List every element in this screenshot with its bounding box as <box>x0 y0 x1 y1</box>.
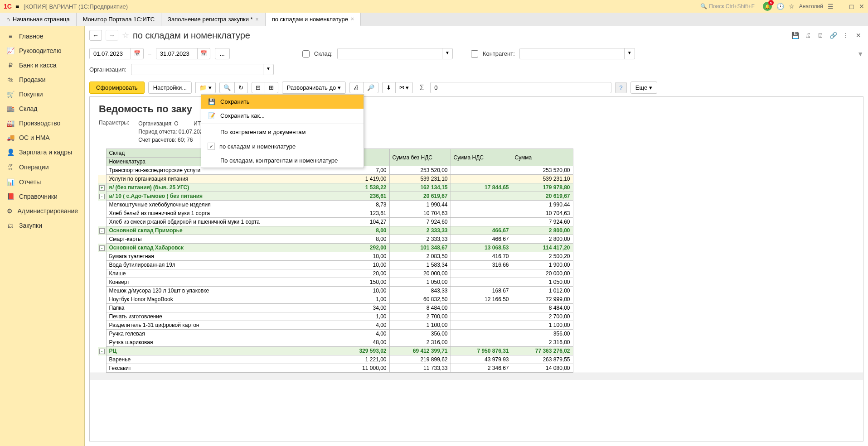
chevron-down-icon[interactable]: ▼ <box>624 48 635 59</box>
close-icon[interactable]: × <box>351 16 354 22</box>
kontragent-checkbox[interactable] <box>471 50 478 58</box>
variants-button[interactable]: 📁 ▾ <box>195 82 216 93</box>
date-to-input[interactable]: 📅 <box>156 48 210 59</box>
collapse-button[interactable]: ⊟ <box>252 82 265 93</box>
chevron-down-icon[interactable]: ▼ <box>442 48 452 59</box>
tab-monitor[interactable]: Монитор Портала 1С:ИТС <box>77 13 161 26</box>
table-row[interactable]: Мешок д/мусора 120 л 10шт в упаковке10,0… <box>98 287 573 295</box>
history-icon[interactable]: 🕓 <box>776 3 784 10</box>
table-row[interactable]: Ручка шариковая48,002 316,002 316,00 <box>98 338 573 347</box>
horizontal-scrollbar[interactable] <box>90 373 863 380</box>
period-dots-button[interactable]: ... <box>215 48 230 59</box>
tab-fill-register[interactable]: Заполнение регистра закупки * × <box>161 13 266 26</box>
table-row[interactable]: -в/ 10 ( с.Адо-Тымово ) без питания236,6… <box>98 192 573 201</box>
collapse-icon[interactable]: - <box>99 349 105 354</box>
collapse-icon[interactable]: - <box>99 245 105 251</box>
sidebar-item[interactable]: 📕Справочники <box>0 189 84 204</box>
table-row[interactable]: Смарт-карты8,002 333,33466,672 800,00 <box>98 235 573 244</box>
nav-back-button[interactable]: ← <box>89 30 102 41</box>
nav-forward-button[interactable]: → <box>106 30 118 41</box>
sum-input[interactable] <box>430 82 611 93</box>
more-button[interactable]: Еще ▾ <box>630 82 657 94</box>
date-from-input[interactable]: 📅 <box>89 48 144 59</box>
table-row[interactable]: Варенье1 221,00219 899,6243 979,93263 87… <box>98 355 573 364</box>
sklad-combo[interactable]: ▼ <box>337 48 453 59</box>
email-button[interactable]: ✉ ▾ <box>395 82 413 93</box>
table-row[interactable]: Мелкоштучные хлебобулочные изделия8,731 … <box>98 201 573 209</box>
global-search[interactable]: 🔍 Поиск Ctrl+Shift+F <box>697 2 758 10</box>
print-icon[interactable]: 🖨 <box>803 30 813 40</box>
table-row[interactable]: Услуги по организация питания1 419,00539… <box>98 175 573 183</box>
help-button[interactable]: ? <box>615 82 626 93</box>
sidebar-item[interactable]: ≡Главное <box>0 29 84 43</box>
chevron-down-icon[interactable]: ▼ <box>263 64 273 75</box>
save-icon[interactable]: 💾 <box>790 30 800 40</box>
hamburger-icon[interactable]: ≡ <box>15 3 19 10</box>
sidebar-item[interactable]: ₽Банк и касса <box>0 58 84 72</box>
table-row[interactable]: Гексавит11 000,0011 733,332 346,6714 080… <box>98 364 573 373</box>
table-row[interactable]: Разделитель 1-31 цифровой картон4,001 10… <box>98 321 573 330</box>
table-row[interactable]: Бумага туалетная10,002 083,50416,702 500… <box>98 252 573 261</box>
tab-by-sklad-nom[interactable]: по складам и номенклатуре × <box>266 13 361 26</box>
form-button[interactable]: Сформировать <box>89 82 145 94</box>
table-row[interactable]: Ручка гелевая4,00356,00356,00 <box>98 330 573 338</box>
calendar-icon[interactable]: 📅 <box>197 48 210 59</box>
settings-button[interactable]: Настройки... <box>148 82 192 94</box>
settings-menu-icon[interactable]: ☰ <box>828 3 834 10</box>
table-row[interactable]: Клише20,0020 000,0020 000,00 <box>98 269 573 278</box>
table-row[interactable]: -Основной склад Приморье8,002 333,33466,… <box>98 226 573 235</box>
refresh-button[interactable]: ↻ <box>234 82 248 93</box>
sidebar-item[interactable]: 🗂Закупки <box>0 218 84 233</box>
close-icon[interactable]: ✕ <box>853 30 863 40</box>
minimize-icon[interactable]: — <box>838 3 844 10</box>
kontragent-combo[interactable]: ▼ <box>519 48 635 59</box>
sidebar-item[interactable]: 🚚ОС и НМА <box>0 130 84 145</box>
sidebar-item[interactable]: 🏭Производство <box>0 116 84 130</box>
tab-home[interactable]: ⌂ Начальная страница <box>0 13 77 26</box>
expand-icon[interactable]: + <box>99 185 105 191</box>
table-row[interactable]: Хлеб белый из пшеничной муки 1 сорта123,… <box>98 209 573 218</box>
calendar-icon[interactable]: 📅 <box>131 48 143 59</box>
kontragent-input[interactable] <box>520 48 624 59</box>
find-button[interactable]: 🔍 <box>219 82 235 93</box>
sklad-checkbox[interactable] <box>302 50 310 58</box>
table-row[interactable]: Папка34,008 484,008 484,00 <box>98 304 573 312</box>
sidebar-item[interactable]: 📈Руководителю <box>0 43 84 58</box>
sklad-input[interactable] <box>338 48 442 59</box>
sidebar-item[interactable]: 🛒Покупки <box>0 87 84 101</box>
close-window-icon[interactable]: ✕ <box>859 3 864 10</box>
table-row[interactable]: -РЦ329 593,0269 412 399,717 950 876,3177… <box>98 347 573 355</box>
expand-button[interactable]: ⊞ <box>265 82 278 93</box>
more-icon[interactable]: ⋮ <box>841 30 851 40</box>
sidebar-item[interactable]: 📊Отчеты <box>0 175 84 189</box>
expand-to-button[interactable]: Разворачивать до ▾ <box>282 82 346 94</box>
preview-icon[interactable]: 🗎 <box>815 30 825 40</box>
table-row[interactable]: Вода бутилированная 19л10,001 583,34316,… <box>98 261 573 269</box>
table-row[interactable]: +в/ (без питания) (быв. 25 УГС)1 538,221… <box>98 183 573 192</box>
preview-button[interactable]: 🔎 <box>363 82 378 93</box>
table-row[interactable]: -Основной склад Хабаровск292,00101 348,6… <box>98 244 573 252</box>
org-input[interactable] <box>131 64 263 75</box>
sidebar-item[interactable]: 🏬Склад <box>0 101 84 116</box>
user-name[interactable]: Анатолий <box>799 3 823 10</box>
date-from-field[interactable] <box>90 48 131 59</box>
favorite-star-icon[interactable]: ☆ <box>122 30 129 40</box>
star-icon[interactable]: ☆ <box>789 3 795 10</box>
dropdown-save-as[interactable]: 📝 Сохранить как... <box>201 109 364 123</box>
table-row[interactable]: Конверт150,001 050,001 050,00 <box>98 278 573 287</box>
collapse-icon[interactable]: - <box>99 228 105 234</box>
link-icon[interactable]: 🔗 <box>828 30 838 40</box>
dropdown-by-kontr[interactable]: По контрагентам и документам <box>201 125 364 139</box>
sidebar-item[interactable]: ⚙Администрирование <box>0 204 84 218</box>
collapse-icon[interactable]: - <box>99 194 105 199</box>
table-row[interactable]: Печать изготовление1,002 700,002 700,00 <box>98 312 573 321</box>
dropdown-save[interactable]: 💾 Сохранить <box>201 95 364 109</box>
print-button[interactable]: 🖨 <box>349 82 364 93</box>
funnel-icon[interactable]: ▼ <box>857 50 863 58</box>
export-button[interactable]: ⬇ <box>382 82 396 93</box>
org-combo[interactable]: ▼ <box>131 64 274 75</box>
dropdown-by-sklad-nom[interactable]: ✓ по складам и номенклатуре <box>201 139 364 153</box>
maximize-icon[interactable]: ◻ <box>849 3 854 10</box>
sidebar-item[interactable]: Дт КтОперации <box>0 159 84 175</box>
close-icon[interactable]: × <box>256 16 259 23</box>
